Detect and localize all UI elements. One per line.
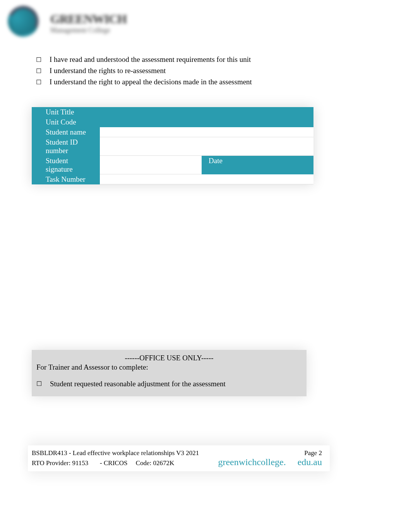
footer-rto: RTO Provider: 91153 [32,459,88,467]
logo-main-text: GREENWICH [50,12,127,26]
checkbox-icon[interactable]: ☐ [36,379,50,389]
declaration-checklist: ☐ I have read and understood the assessm… [36,55,252,89]
student-signature-field[interactable] [100,156,202,174]
checklist-text: I understand the right to appeal the dec… [50,78,252,86]
page-footer: BSBLDR413 - Lead effective workplace rel… [28,445,330,471]
office-use-sub: For Trainer and Assessor to complete: [36,363,302,372]
checkbox-icon[interactable]: ☐ [36,78,50,87]
student-name-label: Student name [32,127,100,137]
checklist-item: ☐ I understand the rights to re-assessme… [36,66,252,76]
footer-rto-info: RTO Provider: 91153 - CRICOS Code: 02672… [32,459,174,467]
checkbox-icon[interactable]: ☐ [36,55,50,65]
footer-cricos-code: Code: 02672K [136,459,175,467]
logo-sub-text: Management College [50,26,127,34]
student-id-label: Student ID number [32,137,100,156]
office-use-header: ------OFFICE USE ONLY----- [36,354,302,362]
footer-page-number: Page 2 [304,449,322,457]
date-field[interactable] [202,174,313,184]
office-check-text: Student requested reasonable adjustment … [50,380,226,388]
date-label: Date [202,156,313,174]
checklist-text: I understand the rights to re-assessment [50,66,166,75]
unit-code-label: Unit Code [32,117,313,127]
checklist-item: ☐ I understand the right to appeal the d… [36,78,252,87]
footer-url-part2: edu.au [298,457,322,467]
office-use-section: ------OFFICE USE ONLY----- For Trainer a… [32,350,307,396]
student-form-table: Unit Title Unit Code Student name Studen… [32,107,313,184]
checklist-item: ☐ I have read and understood the assessm… [36,55,252,65]
footer-url: greenwichcollege. edu.au [218,457,322,467]
logo-text: GREENWICH Management College [50,12,127,34]
footer-cricos-sep: - CRICOS [100,459,127,467]
checklist-text: I have read and understood the assessmen… [50,55,251,64]
footer-url-part1: greenwichcollege. [218,457,286,467]
unit-title-label: Unit Title [32,107,313,117]
student-name-field[interactable] [100,127,313,137]
logo-icon [8,6,46,41]
logo-area: GREENWICH Management College [8,6,127,41]
student-signature-label: Student signature [32,156,100,174]
task-number-field[interactable] [100,174,202,184]
task-number-label: Task Number [32,174,100,184]
checkbox-icon[interactable]: ☐ [36,66,50,76]
footer-unit-info: BSBLDR413 - Lead effective workplace rel… [32,449,199,457]
student-id-field[interactable] [100,137,313,156]
office-check-item: ☐ Student requested reasonable adjustmen… [36,379,302,389]
